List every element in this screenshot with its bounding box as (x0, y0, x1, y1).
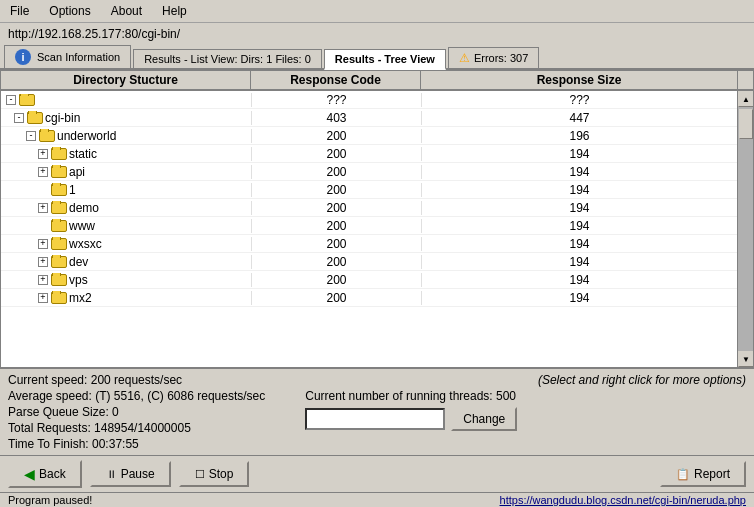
pause-button[interactable]: ⏸ Pause (90, 461, 171, 487)
code-cell: 200 (251, 237, 421, 251)
table-row[interactable]: www 200 194 (1, 217, 737, 235)
scroll-down-arrow[interactable]: ▼ (738, 351, 753, 367)
expand-button[interactable]: - (26, 131, 36, 141)
dir-cell: 1 (1, 183, 251, 197)
table-row[interactable]: + api 200 194 (1, 163, 737, 181)
table-body: - ??? ??? - cgi-bin 403 447 (1, 91, 737, 367)
scroll-up-arrow[interactable]: ▲ (738, 91, 753, 107)
menubar: File Options About Help (0, 0, 754, 23)
code-cell: 200 (251, 201, 421, 215)
dir-name: static (69, 147, 97, 161)
table-row[interactable]: + demo 200 194 (1, 199, 737, 217)
menu-file[interactable]: File (4, 2, 35, 20)
code-cell: 200 (251, 147, 421, 161)
table-row[interactable]: - ??? ??? (1, 91, 737, 109)
dir-name: wxsxc (69, 237, 102, 251)
statusbar: Program paused! https://wangdudu.blog.cs… (0, 492, 754, 507)
dir-name: cgi-bin (45, 111, 80, 125)
expand-button[interactable]: + (38, 239, 48, 249)
tabs: i Scan Information Results - List View: … (0, 45, 754, 70)
thread-input[interactable] (305, 408, 445, 430)
size-cell: 194 (421, 255, 737, 269)
thread-count-label: Current number of running threads: 500 (305, 389, 516, 403)
dir-name: 1 (69, 183, 76, 197)
stop-checkbox-icon: ☐ (195, 468, 205, 481)
dir-name: www (69, 219, 95, 233)
time-finish-label: Time To Finish: 00:37:55 (8, 437, 265, 451)
scrollbar-header-filler (737, 71, 753, 89)
table-row[interactable]: - cgi-bin 403 447 (1, 109, 737, 127)
expand-button[interactable]: + (38, 203, 48, 213)
expand-button[interactable]: + (38, 293, 48, 303)
size-cell: 194 (421, 201, 737, 215)
col-header-code: Response Code (251, 71, 421, 89)
total-requests-label: Total Requests: 148954/14000005 (8, 421, 265, 435)
size-cell: 194 (421, 237, 737, 251)
tab-scan-info[interactable]: i Scan Information (4, 45, 131, 68)
url-text: http://192.168.25.177:80/cgi-bin/ (8, 27, 180, 41)
expand-button[interactable]: + (38, 149, 48, 159)
code-cell: 200 (251, 129, 421, 143)
parse-queue-label: Parse Queue Size: 0 (8, 405, 265, 419)
size-cell: 194 (421, 219, 737, 233)
expand-button[interactable]: + (38, 257, 48, 267)
size-cell: 194 (421, 183, 737, 197)
size-cell: 194 (421, 291, 737, 305)
tab-results-list-label: Results - List View: Dirs: 1 Files: 0 (144, 53, 311, 65)
expand-button[interactable]: - (14, 113, 24, 123)
table-row[interactable]: + dev 200 194 (1, 253, 737, 271)
expand-button[interactable]: + (38, 275, 48, 285)
table-row[interactable]: + vps 200 194 (1, 271, 737, 289)
tab-results-list[interactable]: Results - List View: Dirs: 1 Files: 0 (133, 49, 322, 68)
tab-results-tree[interactable]: Results - Tree View (324, 49, 446, 70)
dir-cell: + wxsxc (1, 237, 251, 251)
table-row[interactable]: - underworld 200 196 (1, 127, 737, 145)
code-cell: 200 (251, 219, 421, 233)
tab-errors[interactable]: ⚠ Errors: 307 (448, 47, 539, 68)
menu-options[interactable]: Options (43, 2, 96, 20)
back-button[interactable]: ◀ Back (8, 460, 82, 488)
warning-icon: ⚠ (459, 51, 470, 65)
table-row[interactable]: + mx2 200 194 (1, 289, 737, 307)
scroll-track[interactable] (738, 107, 753, 351)
table-row[interactable]: 1 200 194 (1, 181, 737, 199)
statusbar-url-text: https://wangdudu.blog.csdn.net (500, 494, 652, 506)
folder-icon (51, 166, 67, 178)
size-cell: ??? (421, 93, 737, 107)
dir-cell: - (1, 94, 251, 106)
folder-icon (51, 238, 67, 250)
folder-icon (51, 184, 67, 196)
tab-scan-info-label: Scan Information (37, 51, 120, 63)
folder-icon (19, 94, 35, 106)
table-row[interactable]: + static 200 194 (1, 145, 737, 163)
folder-icon (51, 202, 67, 214)
scroll-thumb[interactable] (739, 109, 753, 139)
change-button[interactable]: Change (451, 407, 517, 431)
menu-help[interactable]: Help (156, 2, 193, 20)
select-hint-label: (Select and right click for more options… (538, 373, 746, 387)
expand-button[interactable]: - (6, 95, 16, 105)
status-area: Current speed: 200 requests/sec (Select … (0, 368, 754, 455)
expand-button[interactable]: + (38, 167, 48, 177)
vertical-scrollbar[interactable]: ▲ ▼ (737, 91, 753, 367)
thread-area: Current number of running threads: 500 C… (305, 389, 517, 431)
dir-cell: + static (1, 147, 251, 161)
dir-name: vps (69, 273, 88, 287)
size-cell: 194 (421, 165, 737, 179)
report-button[interactable]: 📋 Report (660, 461, 746, 487)
status-main-row: Average speed: (T) 5516, (C) 6086 reques… (8, 389, 746, 451)
size-cell: 194 (421, 273, 737, 287)
code-cell: ??? (251, 93, 421, 107)
size-cell: 447 (421, 111, 737, 125)
tab-errors-label: Errors: 307 (474, 52, 528, 64)
stop-button[interactable]: ☐ Stop (179, 461, 250, 487)
menu-about[interactable]: About (105, 2, 148, 20)
dir-cell: - cgi-bin (1, 111, 251, 125)
dir-cell: + demo (1, 201, 251, 215)
statusbar-url[interactable]: https://wangdudu.blog.csdn.net/cgi-bin/n… (500, 494, 746, 506)
code-cell: 403 (251, 111, 421, 125)
folder-icon (39, 130, 55, 142)
folder-icon (51, 274, 67, 286)
table-header: Directory Stucture Response Code Respons… (1, 71, 753, 91)
table-row[interactable]: + wxsxc 200 194 (1, 235, 737, 253)
